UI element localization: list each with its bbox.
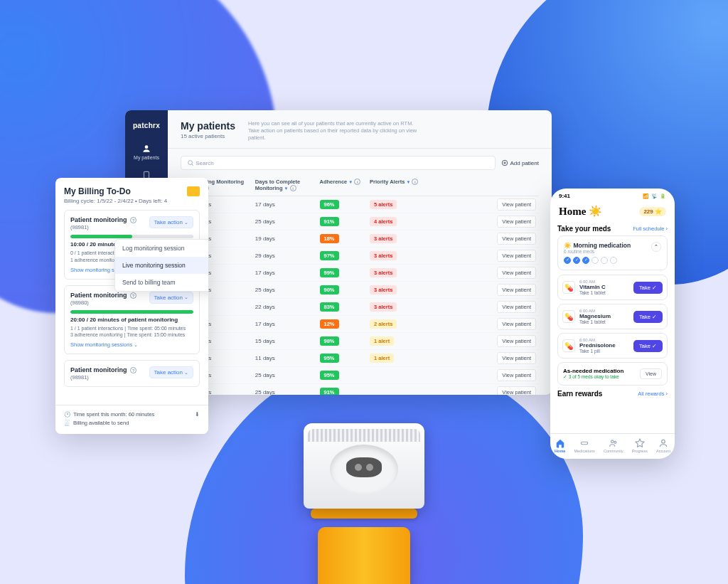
wifi-icon: 📡 — [651, 193, 658, 199]
alert-badge: 3 alerts — [370, 251, 397, 260]
info-icon[interactable]: i — [290, 185, 296, 191]
adherence-badge: 83% — [320, 302, 339, 312]
tab-home[interactable]: Home — [555, 438, 565, 453]
add-patient-button[interactable]: Add patient — [501, 159, 539, 166]
table-row: 12 minutes 11 days 95% 1 alert View pati… — [181, 350, 539, 367]
view-patient-button[interactable]: View patient — [497, 284, 536, 296]
billing-panel: My Billing To-Do Billing cycle: 1/5/22 -… — [55, 178, 208, 434]
view-patient-button[interactable]: View patient — [497, 369, 536, 381]
medication-item: 💊 6:00 AM Magnesium Take 1 tablet Take ✓ — [557, 304, 668, 329]
take-med-button[interactable]: Take ✓ — [633, 311, 663, 323]
alert-badge: 3 alerts — [370, 285, 397, 294]
adherence-badge: 99% — [320, 268, 339, 277]
billing-cycle: Billing cycle: 1/5/22 - 2/4/22 • Days le… — [64, 198, 200, 204]
star-icon — [635, 438, 645, 448]
table-row: 19 minutes 17 days 12% 2 alerts View pat… — [181, 316, 539, 333]
view-patient-button[interactable]: View patient — [497, 386, 536, 395]
med-progress-dots — [564, 257, 631, 264]
take-med-button[interactable]: Take ✓ — [633, 340, 663, 352]
tab-account[interactable]: Account — [656, 438, 670, 453]
envelope-icon[interactable] — [187, 186, 200, 196]
table-row: 19 minutes 17 days 99% 3 alerts View pat… — [181, 265, 539, 282]
as-needed-card: As-needed medication ✓ 3 of 5 meds okay … — [557, 362, 668, 386]
view-patient-button[interactable]: View patient — [497, 198, 536, 211]
dropdown-send-billing[interactable]: Send to billing team — [115, 274, 208, 291]
svg-point-0 — [145, 145, 149, 149]
table-header: Outstanding Monitoring Time▼i Days to Co… — [181, 174, 539, 196]
home-icon — [555, 438, 565, 448]
info-icon[interactable]: ? — [130, 217, 136, 223]
view-patient-button[interactable]: View patient — [497, 318, 536, 330]
sidebar-item-patients[interactable]: My patients — [134, 144, 159, 160]
battery-icon: 🔋 — [660, 193, 666, 199]
receipt-icon: 🧾 — [64, 420, 70, 426]
points-badge[interactable]: 229 ⭐ — [639, 207, 666, 216]
view-patient-button[interactable]: View patient — [497, 250, 536, 262]
take-action-button[interactable]: Take action⌄ — [149, 292, 193, 304]
adherence-badge: 98% — [320, 336, 339, 346]
info-icon[interactable]: ? — [130, 292, 136, 299]
phone-title: Home — [559, 206, 586, 217]
svg-rect-4 — [581, 442, 587, 445]
col-alerts[interactable]: Priority Alerts — [370, 179, 405, 185]
table-row: 17 minutes 15 days 98% 1 alert View pati… — [181, 333, 539, 350]
dropdown-live-session[interactable]: Live monitoring session — [115, 257, 208, 274]
dashboard-header: My patients 15 active patients Here you … — [168, 110, 552, 149]
dropdown-log-session[interactable]: Log monitoring session — [115, 240, 208, 257]
status-time: 9:41 — [559, 193, 570, 199]
table-row: 11 minutes 25 days 91% 4 alerts View pat… — [181, 213, 539, 230]
medication-item: 💊 6:00 AM Prednisolone Take 1 pill Take … — [557, 333, 668, 359]
table-row: 19 minutes 25 days 90% 3 alerts View pat… — [181, 282, 539, 299]
view-patient-button[interactable]: View patient — [497, 267, 536, 279]
all-rewards-link[interactable]: All rewards › — [638, 391, 668, 397]
phone-tabbar: Home Medications Community Progress Acco… — [550, 433, 675, 459]
morning-med-group: ☀️ Morning medication 6 routine meds ⌃ — [557, 235, 668, 270]
table-row: 12 minutes 19 days 18% 3 alerts View pat… — [181, 230, 539, 248]
alert-badge: 4 alerts — [370, 217, 397, 226]
full-schedule-link[interactable]: Full schedule › — [633, 225, 668, 232]
plus-circle-icon — [501, 159, 508, 166]
view-as-needed-button[interactable]: View — [640, 368, 662, 379]
phone-mockup: 9:41 📶📡🔋 Home ☀️ 229 ⭐ Take your meds Fu… — [550, 189, 675, 459]
take-med-button[interactable]: Take ✓ — [633, 282, 663, 294]
view-patient-button[interactable]: View patient — [497, 233, 536, 245]
take-action-button[interactable]: Take action⌄ — [149, 366, 193, 378]
adherence-badge: 95% — [320, 354, 339, 363]
clock-icon: 🕑 — [64, 411, 70, 418]
pill-icon: 💊 — [562, 281, 575, 294]
adherence-badge: 96% — [320, 200, 339, 209]
tab-community[interactable]: Community — [604, 438, 623, 453]
medication-item: 💊 6:00 AM Vitamin C Take 1 tablet Take ✓ — [557, 275, 668, 300]
svg-point-2 — [188, 161, 193, 165]
page-description: Here you can see all of your patients th… — [248, 120, 419, 141]
info-icon[interactable]: ? — [130, 367, 136, 373]
show-sessions-link[interactable]: Show monitoring sessions ⌄ — [70, 341, 193, 348]
take-action-button[interactable]: Take action⌄ — [149, 216, 193, 228]
pill-icon — [579, 438, 589, 448]
search-input[interactable]: Search — [181, 156, 496, 170]
view-patient-button[interactable]: View patient — [497, 352, 536, 364]
alert-badge: 5 alerts — [370, 200, 397, 209]
adherence-badge: 91% — [320, 217, 339, 226]
info-icon[interactable]: i — [412, 179, 418, 185]
page-title: My patients — [181, 120, 235, 132]
view-patient-button[interactable]: View patient — [497, 335, 536, 347]
adherence-badge: 12% — [320, 319, 339, 329]
view-patient-button[interactable]: View patient — [497, 301, 536, 313]
billing-card: Patient monitoring ? (98981) Take action… — [64, 360, 200, 387]
info-icon[interactable]: i — [354, 179, 360, 185]
chevron-up-icon[interactable]: ⌃ — [651, 242, 661, 252]
page-subtitle: 15 active patients — [181, 133, 235, 139]
sun-icon: ☀️ — [589, 206, 602, 217]
tab-medications[interactable]: Medications — [574, 438, 594, 453]
adherence-badge: 90% — [320, 285, 339, 294]
view-patient-button[interactable]: View patient — [497, 216, 536, 228]
user-icon — [658, 438, 668, 448]
download-icon[interactable]: ⬇ — [195, 411, 200, 418]
alert-badge: 3 alerts — [370, 302, 397, 312]
col-adherence[interactable]: Adherence — [320, 179, 348, 185]
table-row: 19 minutes 17 days 96% 5 alerts View pat… — [181, 196, 539, 213]
alert-badge: 3 alerts — [370, 234, 397, 243]
tab-progress[interactable]: Progress — [632, 438, 648, 453]
billing-card: Patient monitoring ? (98980) Take action… — [64, 285, 200, 355]
